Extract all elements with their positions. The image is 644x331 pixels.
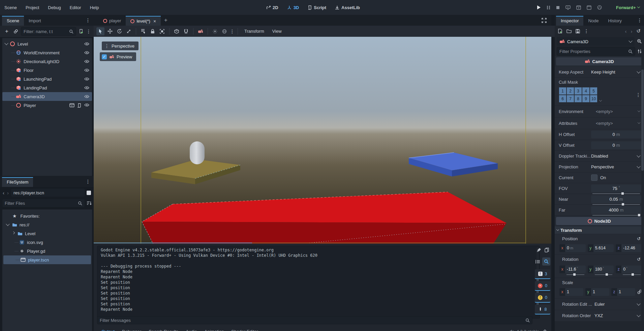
group-selected-icon[interactable] bbox=[158, 27, 166, 35]
open-scene-icon[interactable] bbox=[69, 103, 74, 107]
cull-mask-grid[interactable]: 12345 678910 bbox=[559, 87, 597, 103]
scene-tree-menu-icon[interactable]: ⋮ bbox=[86, 29, 91, 34]
movie-maker-button[interactable] bbox=[597, 5, 602, 10]
position-x-field[interactable]: 0m bbox=[565, 244, 586, 252]
camera-preview-icon[interactable] bbox=[196, 27, 205, 35]
revert-rotation-icon[interactable]: ↺ bbox=[637, 257, 641, 262]
filesystem-folder-level[interactable]: Level bbox=[2, 229, 92, 238]
search-output-icon[interactable] bbox=[542, 257, 550, 266]
menu-help[interactable]: Help bbox=[86, 5, 103, 10]
near-field[interactable]: 0.05m bbox=[591, 195, 641, 203]
rotation-x-slider[interactable] bbox=[566, 274, 584, 275]
tab-level-scene[interactable]: level(*) × bbox=[126, 16, 161, 26]
copy-icon[interactable] bbox=[545, 248, 549, 252]
transform-menu[interactable]: Transform bbox=[241, 29, 268, 34]
tab-output[interactable]: Output bbox=[98, 329, 118, 331]
new-scene-tab-button[interactable]: + bbox=[164, 17, 167, 24]
tab-search-results[interactable]: Search Results bbox=[145, 329, 182, 331]
switch-assetlib-button[interactable]: AssetLib bbox=[335, 5, 360, 10]
camera3d-section-header[interactable]: Camera3D bbox=[556, 57, 643, 65]
lock-icon[interactable] bbox=[149, 27, 157, 35]
scene-filter-input[interactable]: Filter: name, t:t bbox=[21, 27, 76, 36]
inspector-scrollbar[interactable] bbox=[641, 56, 644, 322]
tab-player-scene[interactable]: player bbox=[98, 16, 126, 26]
tab-history[interactable]: History bbox=[604, 16, 626, 26]
play-scene-button[interactable] bbox=[576, 5, 581, 10]
filter-files-input[interactable]: Filter Files bbox=[2, 199, 85, 208]
scene-node-landingpad[interactable]: LandingPad bbox=[2, 83, 92, 92]
menu-project[interactable]: Project bbox=[21, 5, 43, 10]
camera-preview-toggle[interactable]: ✓ Preview bbox=[100, 52, 136, 61]
rotation-order-dropdown[interactable]: YXZ bbox=[594, 313, 641, 318]
filter-properties-input[interactable]: Filter Properties bbox=[557, 47, 635, 56]
resource-menu-icon[interactable]: ⋮ bbox=[584, 28, 589, 34]
position-z-field[interactable]: -12.46 bbox=[621, 244, 642, 252]
scene-node-floor[interactable]: Floor bbox=[2, 66, 92, 75]
script-attached-icon[interactable] bbox=[78, 103, 81, 108]
current-checkbox[interactable]: On bbox=[591, 174, 641, 181]
filesystem-file-playergd[interactable]: Player.gd bbox=[2, 247, 92, 255]
remote-debug-button[interactable] bbox=[565, 5, 571, 10]
cull-mask-expand-icon[interactable] bbox=[599, 99, 602, 102]
switch-3d-button[interactable]: 3D bbox=[287, 5, 299, 10]
visibility-icon[interactable] bbox=[84, 103, 89, 107]
tab-shader-editor[interactable]: Shader Editor bbox=[227, 329, 262, 331]
scene-node-level[interactable]: Level bbox=[2, 39, 92, 48]
visibility-icon[interactable] bbox=[84, 60, 89, 63]
visibility-icon[interactable] bbox=[84, 42, 89, 46]
nav-back-icon[interactable]: ‹ bbox=[2, 190, 5, 196]
position-y-field[interactable]: 5.614 bbox=[593, 244, 614, 252]
filesystem-favorites[interactable]: ★ Favorites: bbox=[2, 212, 92, 220]
move-tool-button[interactable] bbox=[106, 27, 114, 35]
environment-dropdown[interactable]: <empty> bbox=[591, 109, 641, 114]
expand-viewport-icon[interactable] bbox=[542, 18, 547, 23]
attributes-dropdown[interactable]: <empty> bbox=[591, 121, 641, 126]
menu-debug[interactable]: Debug bbox=[43, 5, 65, 10]
tab-debugger[interactable]: Debugger bbox=[118, 329, 145, 331]
far-field[interactable]: 4000m bbox=[591, 206, 641, 214]
messages-count-badge[interactable]: ! 3 bbox=[535, 269, 550, 279]
output-log[interactable]: Godot Engine v4.2.2.stable.official.1507… bbox=[97, 246, 540, 319]
doppler-dropdown[interactable]: Disabled bbox=[591, 154, 641, 159]
visibility-icon[interactable] bbox=[84, 77, 89, 81]
object-history-icon[interactable]: ↺ bbox=[636, 28, 641, 34]
fov-slider[interactable] bbox=[592, 193, 640, 194]
warnings-count-badge[interactable]: ! 0 bbox=[535, 293, 550, 303]
filesystem-menu-icon[interactable]: ⋮ bbox=[86, 179, 90, 184]
nav-forward-icon[interactable]: › bbox=[6, 190, 9, 196]
sun-env-menu-icon[interactable]: ⋮ bbox=[230, 29, 235, 34]
h-offset-field[interactable]: 0m bbox=[591, 131, 641, 138]
sun-settings-icon[interactable] bbox=[211, 27, 219, 35]
scene-node-player[interactable]: Player bbox=[2, 101, 92, 110]
scene-node-directionallight3d[interactable]: DirectionalLight3D bbox=[2, 57, 92, 66]
property-tools-icon[interactable] bbox=[637, 49, 642, 54]
attach-script-button[interactable] bbox=[77, 27, 85, 35]
file-sort-icon[interactable] bbox=[87, 201, 92, 205]
instance-scene-button[interactable] bbox=[12, 27, 20, 35]
close-tab-icon[interactable]: × bbox=[153, 17, 156, 26]
tab-node[interactable]: Node bbox=[583, 16, 603, 26]
near-slider[interactable] bbox=[592, 204, 640, 205]
select-tool-button[interactable] bbox=[96, 27, 104, 35]
menu-editor[interactable]: Editor bbox=[65, 5, 86, 10]
keep-aspect-dropdown[interactable]: Keep Height bbox=[591, 70, 641, 75]
rotation-z-field[interactable]: 0° bbox=[621, 266, 642, 273]
node-selector[interactable]: Camera3D bbox=[557, 37, 635, 46]
collapse-icon[interactable] bbox=[6, 222, 9, 226]
split-mode-icon[interactable] bbox=[87, 191, 91, 195]
expand-bottom-panel-icon[interactable] bbox=[543, 329, 547, 331]
rotate-tool-button[interactable] bbox=[115, 27, 123, 35]
rotation-y-field[interactable]: 180° bbox=[593, 266, 614, 273]
list-select-tool-button[interactable] bbox=[139, 27, 147, 35]
menu-scene[interactable]: Scene bbox=[0, 5, 21, 10]
visibility-icon[interactable] bbox=[84, 95, 89, 98]
rotation-z-slider[interactable] bbox=[623, 274, 641, 275]
edits-count-badge[interactable]: 8 bbox=[535, 305, 550, 314]
mute-icon[interactable] bbox=[510, 329, 514, 331]
transform-section-header[interactable]: Transform bbox=[555, 226, 644, 234]
switch-script-button[interactable]: Script bbox=[308, 5, 326, 10]
add-node-button[interactable]: + bbox=[3, 27, 11, 35]
scale-x-field[interactable]: 1 bbox=[565, 288, 583, 296]
rotation-x-field[interactable]: -11.6° bbox=[565, 266, 586, 273]
scale-y-field[interactable]: 1 bbox=[591, 288, 609, 296]
